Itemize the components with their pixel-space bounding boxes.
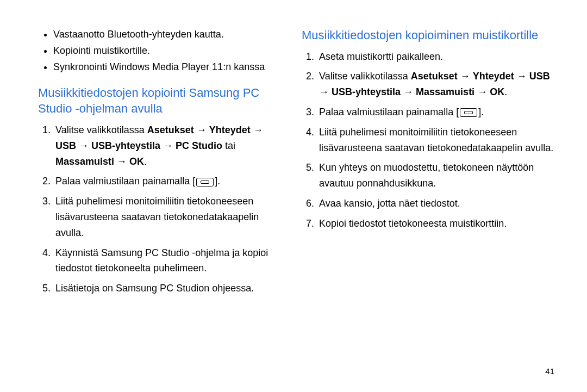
step-item: Avaa kansio, jotta näet tiedostot.	[317, 196, 554, 211]
left-column: Vastaanotto Bluetooth-yhteyden kautta. K…	[38, 27, 296, 376]
ui-path: USB-yhteystila	[91, 140, 160, 151]
arrow: →	[114, 156, 129, 167]
end-call-key-icon	[460, 108, 477, 117]
step-item: Liitä puhelimesi monitoimiliitin tietoko…	[317, 125, 554, 156]
arrow: →	[251, 125, 263, 135]
ui-path: USB-yhteystila	[332, 86, 401, 97]
step-item: Käynnistä Samsung PC Studio -ohjelma ja …	[53, 245, 280, 277]
step-item: Kun yhteys on muodostettu, tietokoneen n…	[317, 160, 554, 191]
ui-path: Yhteydet	[473, 71, 514, 82]
end-call-key-icon	[196, 178, 214, 186]
arrow: →	[514, 71, 529, 82]
step-text: Valitse valikkotilassa	[55, 125, 147, 135]
step-item: Kopioi tiedostot tietokoneesta muistikor…	[317, 216, 554, 232]
bullet-item: Synkronointi Windows Media Player 11:n k…	[53, 60, 280, 75]
ui-path: Asetukset	[147, 125, 194, 135]
arrow: →	[401, 86, 416, 97]
arrow: →	[76, 140, 91, 151]
arrow: →	[160, 140, 176, 151]
step-text: .	[504, 86, 507, 97]
ui-path: OK	[490, 86, 504, 97]
bullet-item: Kopiointi muistikortille.	[53, 43, 280, 59]
manual-page: Vastaanotto Bluetooth-yhteyden kautta. K…	[0, 0, 587, 392]
step-item: Palaa valmiustilaan painamalla [].	[53, 173, 280, 189]
step-item: Liitä puhelimesi monitoimiliitin tietoko…	[53, 194, 280, 240]
step-text: .	[144, 156, 147, 167]
section-heading-pc-studio: Musiikkitiedostojen kopiointi Samsung PC…	[38, 85, 280, 117]
bullet-item: Vastaanotto Bluetooth-yhteyden kautta.	[53, 27, 280, 42]
ui-path: Massamuisti	[55, 156, 114, 167]
ui-path: PC Studio	[176, 140, 222, 151]
step-item: Lisätietoja on Samsung PC Studion ohjees…	[53, 281, 280, 296]
arrow: →	[474, 86, 490, 97]
ui-path: OK	[129, 156, 144, 167]
step-item: Valitse valikkotilassa Asetukset → Yhtey…	[53, 122, 280, 169]
step-item: Valitse valikkotilassa Asetukset → Yhtey…	[317, 69, 554, 100]
step-text: Palaa valmiustilaan painamalla [	[319, 107, 459, 117]
arrow: →	[458, 71, 473, 82]
ui-path: USB	[55, 140, 76, 151]
step-text: tai	[222, 140, 235, 151]
step-text: Valitse valikkotilassa	[319, 71, 411, 82]
pc-studio-steps: Valitse valikkotilassa Asetukset → Yhtey…	[38, 122, 280, 296]
page-number: 41	[545, 366, 554, 376]
memory-card-steps: Aseta muistikortti paikalleen. Valitse v…	[302, 49, 554, 232]
section-heading-memory-card: Musiikkitiedostojen kopioiminen muistiko…	[302, 27, 554, 43]
arrow: →	[194, 125, 209, 135]
step-text: ].	[215, 176, 220, 186]
ui-path: Yhteydet	[209, 125, 251, 135]
ui-path: Massamuisti	[416, 86, 474, 97]
step-text: Palaa valmiustilaan painamalla [	[55, 176, 195, 186]
right-column: Musiikkitiedostojen kopioiminen muistiko…	[296, 27, 554, 376]
intro-bullet-list: Vastaanotto Bluetooth-yhteyden kautta. K…	[38, 27, 280, 75]
step-item: Palaa valmiustilaan painamalla [].	[317, 104, 554, 120]
arrow: →	[319, 86, 332, 97]
step-item: Aseta muistikortti paikalleen.	[317, 49, 554, 65]
step-text: ].	[478, 107, 484, 117]
ui-path: Asetukset	[411, 71, 458, 82]
ui-path: USB	[529, 71, 550, 82]
